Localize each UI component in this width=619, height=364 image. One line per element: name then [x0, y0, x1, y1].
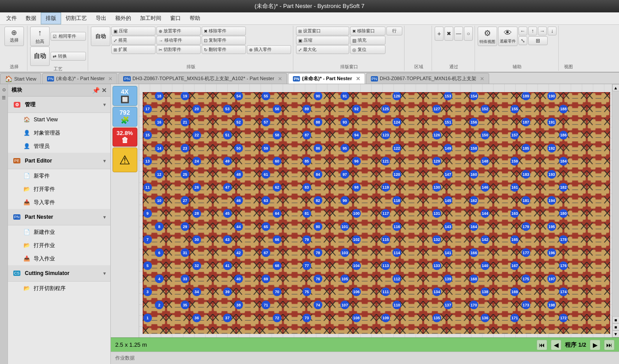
menu-file[interactable]: 文件 — [2, 13, 21, 24]
tab-dh3-2[interactable]: PN DH3-Z0867-TOPPLATE_MXN16-机芯上支架 ✕ — [366, 73, 490, 84]
section-part-editor[interactable]: PE Part Editor ▼ — [8, 153, 110, 169]
menu-window[interactable]: 窗口 — [166, 13, 185, 24]
toolbar-btn-special-view[interactable]: ⚙ 特殊视图 — [478, 27, 497, 46]
tab-unnamed-pn1[interactable]: PN (未命名)* - Part Nester ✕ — [42, 73, 118, 84]
toolbar-btn-compress[interactable]: ▣ 压缩 — [111, 27, 156, 35]
sidebar-item-import-job[interactable]: 📥 导入作业 — [8, 252, 110, 265]
nav-first[interactable]: ⏮ — [537, 340, 547, 350]
tab-pn1-close[interactable]: ✕ — [108, 76, 113, 82]
toolbar-btn-copy[interactable]: ⊡ 复制零件 — [202, 36, 246, 45]
toolbar-btn-expand[interactable]: ⊞ 扩展 — [111, 45, 156, 54]
sidebar-item-new-part[interactable]: 📄 新零件 — [8, 169, 110, 182]
tab-dh3-close[interactable]: ✕ — [278, 76, 282, 82]
svg-text:57: 57 — [264, 120, 268, 124]
nav-last[interactable]: ⏭ — [604, 340, 615, 350]
toolbar-btn-hide-parts[interactable]: 👁 遮蔽零件 — [498, 27, 518, 46]
toolbar-btn-plus[interactable]: + — [435, 27, 444, 41]
toolbar-btn-reset[interactable]: ◎ 复位 — [350, 45, 385, 54]
sidebar-item-open-part[interactable]: 📂 打开零件 — [8, 182, 110, 196]
svg-text:90: 90 — [316, 94, 320, 98]
vert-icon-2[interactable]: ☰ — [0, 94, 8, 101]
scroll-btn-mid1[interactable]: ■ — [612, 316, 619, 323]
sidebar-item-startview[interactable]: 🏠 Start View — [8, 113, 110, 126]
toolbar-btn-nav-right[interactable]: → — [538, 27, 547, 35]
menu-cutting[interactable]: 切割工艺 — [61, 13, 91, 24]
sidebar-item-import-part[interactable]: 📥 导入零件 — [8, 196, 110, 209]
menu-extra[interactable]: 额外的 — [111, 13, 136, 24]
toolbar-btn-nav-expand[interactable]: ⤡ — [518, 36, 527, 45]
toolbar-btn-fill[interactable]: ▨ 填充 — [350, 36, 385, 45]
svg-text:76: 76 — [316, 277, 320, 281]
menu-export[interactable]: 导出 — [91, 13, 111, 24]
section-management[interactable]: ⚙ 管理 ▼ — [8, 97, 110, 113]
nav-next[interactable]: ▶ — [590, 340, 600, 350]
toolbar-btn-move[interactable]: → 移动零件 — [156, 36, 201, 45]
toolbar-btn-flip[interactable]: ↻ 翻转零件 — [202, 45, 246, 54]
section-cutting-sim[interactable]: CS Cutting Simulator ▼ — [8, 265, 110, 282]
section-part-nester[interactable]: PN Part Nester ▼ — [8, 209, 110, 225]
toolbar-btn-auto2[interactable]: 自动 — [91, 27, 110, 46]
toolbar-btn-nav-grid[interactable]: ⊞ — [528, 36, 548, 45]
toolbar-btn-shake[interactable]: ⤢ 摇晃 — [111, 36, 156, 45]
vert-icon-1[interactable]: ⊙ — [0, 86, 8, 93]
cs-icon: CS — [13, 271, 21, 276]
tab-dh3-2-close[interactable]: ✕ — [480, 76, 484, 82]
toolbar-btn-auto1[interactable]: 自动 — [30, 46, 50, 66]
svg-text:65: 65 — [264, 225, 268, 229]
menu-help[interactable]: 帮助 — [185, 13, 205, 24]
menu-data[interactable]: 数据 — [21, 13, 41, 24]
panel-card-parts[interactable]: 792 🧩 — [113, 107, 137, 127]
menu-time[interactable]: 加工时间 — [136, 13, 166, 24]
toolbar-btn-compress2[interactable]: ▣ 压缩 — [296, 36, 349, 45]
svg-text:160: 160 — [471, 172, 477, 177]
toolbar-btn-nav-left[interactable]: ← — [518, 27, 527, 35]
tab-unnamed-pn2[interactable]: PN (未命名)* - Part Nester ✕ — [288, 73, 365, 84]
toolbar-btn-select[interactable]: ⊕ 选择 — [4, 27, 24, 46]
sidebar-item-new-job[interactable]: 📄 新建作业 — [8, 225, 110, 239]
cutting-sim-arrow: ▼ — [102, 271, 107, 276]
toolbar-btn-nav-up[interactable]: ↑ — [528, 27, 537, 35]
right-scrollbar[interactable]: ▲ ■ ■ ▼ — [612, 84, 619, 337]
toolbar-btn-row[interactable]: 行 — [386, 27, 402, 35]
tabbar: 🏠 Start View PN (未命名)* - Part Nester ✕ P… — [0, 73, 619, 84]
toolbar-btn-convert[interactable]: ⇄转换 — [51, 52, 86, 61]
toolbar-btn-line[interactable]: — — [454, 27, 463, 41]
new-part-label: 新零件 — [34, 172, 50, 180]
svg-text:125: 125 — [382, 107, 389, 112]
toolbar-btn-circle[interactable]: ○ — [464, 27, 473, 41]
toolbar-btn-cut[interactable]: ✂ 切割零件 — [156, 45, 201, 54]
tab-start-view[interactable]: 🏠 Start View — [0, 73, 41, 84]
toolbar-btn-remove-window[interactable]: ✖ 移除窗口 — [350, 27, 385, 35]
toolbar-btn-raise[interactable]: ↑ 抬高 — [30, 27, 50, 46]
toolbar-btn-place[interactable]: ⊕ 放置零件 — [156, 27, 201, 35]
scroll-down-btn[interactable]: ▼ — [612, 330, 619, 337]
tab-dh3-pn[interactable]: PN DH3-Z0867-TOPPLATE_MXN16-机芯上支架_A102* … — [118, 73, 287, 84]
panel-card-pct[interactable]: 32.8% 🗑 — [113, 128, 137, 147]
sidebar-item-admin[interactable]: 👤 管理员 — [8, 139, 110, 153]
panel-card-count[interactable]: 4X 🔲 — [113, 86, 137, 106]
sidebar-item-objmanager[interactable]: 👤 对象管理器 — [8, 126, 110, 139]
menu-layout[interactable]: 排版 — [41, 12, 61, 24]
toolbar-btn-x[interactable]: ✖ — [444, 27, 453, 41]
svg-text:148: 148 — [482, 159, 488, 163]
toolbar-btn-remove[interactable]: ✖ 移除零件 — [202, 27, 246, 35]
sidebar-item-open-job[interactable]: 📂 打开作业 — [8, 239, 110, 252]
toolbar-btn-insert[interactable]: ⊕ 插入零件 — [247, 45, 291, 54]
svg-text:187: 187 — [523, 120, 529, 124]
scroll-btn-mid2[interactable]: ■ — [612, 323, 619, 330]
sidebar-close-icon[interactable]: ✕ — [101, 87, 107, 94]
toolbar-btn-set-window[interactable]: ⊞ 设置窗口 — [296, 27, 349, 35]
panel-warning[interactable]: ⚠ — [113, 147, 137, 172]
toolbar-btn-maximize[interactable]: ⤢ 最大化 — [296, 45, 349, 54]
scroll-up-btn[interactable]: ▲ — [612, 84, 619, 91]
sidebar-item-open-prog[interactable]: 📂 打开切割程序 — [8, 282, 110, 295]
svg-text:88: 88 — [316, 120, 320, 124]
sidebar-pin-icon[interactable]: 📌 — [92, 87, 100, 94]
toolbar-btn-same[interactable]: ☑相同零件 — [51, 32, 86, 41]
svg-text:86: 86 — [316, 146, 320, 151]
svg-text:20: 20 — [195, 107, 199, 112]
toolbar-btn-nav-down[interactable]: ↓ — [548, 27, 557, 35]
nav-prev[interactable]: ◀ — [551, 340, 561, 350]
nesting-canvas[interactable]: 18 19 54 55 90 91 126 153 154 189 190 17… — [139, 84, 619, 337]
tab-pn2-close[interactable]: ✕ — [356, 76, 360, 82]
